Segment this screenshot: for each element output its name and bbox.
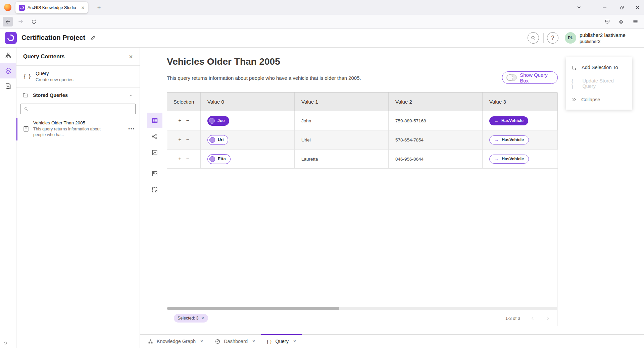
browser-tab-strip: ArcGIS Knowledge Studio ✕ + xyxy=(0,0,644,15)
previous-page-icon[interactable] xyxy=(530,316,535,321)
column-header-value3[interactable]: Value 3 xyxy=(483,93,558,111)
link-chart-view-button[interactable] xyxy=(147,129,162,144)
stored-queries-search-input[interactable] xyxy=(31,107,132,112)
table-cell: Etta xyxy=(201,150,295,169)
add-selection-icon[interactable]: + xyxy=(178,118,181,123)
pocket-icon[interactable] xyxy=(602,17,612,26)
edit-title-icon[interactable] xyxy=(90,35,96,41)
table-row-selection: + − xyxy=(167,150,201,169)
entity-pill[interactable]: Uri xyxy=(207,135,228,145)
tab-query[interactable]: { } Query ✕ xyxy=(261,335,302,348)
braces-icon: { } xyxy=(267,339,272,344)
table-cell: Joe xyxy=(201,111,295,130)
tab-knowledge-graph[interactable]: Knowledge Graph ✕ xyxy=(142,335,209,348)
item-options-ellipsis-icon[interactable]: ••• xyxy=(128,126,135,131)
rail-item-save[interactable] xyxy=(0,78,16,94)
stored-queries-search[interactable] xyxy=(20,104,136,114)
layers-icon xyxy=(5,67,12,74)
braces-icon: { } xyxy=(572,78,578,89)
firefox-icon[interactable] xyxy=(4,4,11,11)
table-cell[interactable]: Lauretta xyxy=(295,150,389,169)
user-role: publisher2 xyxy=(580,39,626,45)
table-cell[interactable]: 578-654-7854 xyxy=(389,130,483,150)
menu-item-collapse[interactable]: Collapse xyxy=(566,92,632,108)
user-name: publisher2 lastName xyxy=(580,32,626,39)
toolbar-divider xyxy=(150,163,160,163)
table-cell: → HasVehicle xyxy=(483,111,558,130)
table-cell[interactable]: John xyxy=(295,111,389,130)
tab-dashboard[interactable]: Dashboard ✕ xyxy=(209,335,261,348)
double-chevron-right-icon xyxy=(572,97,577,102)
search-button[interactable] xyxy=(528,32,539,44)
relationship-pill[interactable]: → HasVehicle xyxy=(489,155,529,164)
stored-query-description: This query returns information about peo… xyxy=(33,126,101,138)
tab-close-icon[interactable]: ✕ xyxy=(81,6,85,10)
restore-button[interactable] xyxy=(617,2,627,12)
menu-item-update-stored-query[interactable]: { } Update Stored Query xyxy=(566,75,632,92)
table-view-button[interactable] xyxy=(147,113,162,128)
add-selection-icon[interactable]: + xyxy=(178,156,181,162)
arrow-right-icon: → xyxy=(494,118,498,123)
help-icon[interactable]: ? xyxy=(547,32,558,44)
save-icon xyxy=(5,83,11,90)
forward-button[interactable] xyxy=(15,17,26,26)
reload-button[interactable] xyxy=(29,17,39,26)
rail-item-data-model[interactable] xyxy=(0,48,16,63)
tab-list-chevron-icon[interactable] xyxy=(574,2,584,12)
avatar[interactable]: PL xyxy=(565,32,576,44)
menu-item-add-selection-to[interactable]: Add Selection To xyxy=(566,59,632,75)
remove-selection-icon[interactable]: − xyxy=(186,156,189,162)
browser-tab-title: ArcGIS Knowledge Studio xyxy=(28,5,79,10)
column-header-selection[interactable]: Selection xyxy=(167,93,201,111)
expand-rail-icon[interactable] xyxy=(3,341,8,346)
stored-query-item[interactable]: Vehicles Older Than 2005 This query retu… xyxy=(16,118,140,140)
query-item-description: Create new queries xyxy=(36,77,73,82)
table-cell[interactable]: Uriel xyxy=(295,130,389,150)
dashboard-gauge-icon xyxy=(215,339,220,344)
column-header-value0[interactable]: Value 0 xyxy=(201,93,295,111)
table-cell[interactable]: 846-956-8644 xyxy=(389,150,483,169)
rail-item-contents[interactable] xyxy=(0,63,16,78)
pagination-label: 1-3 of 3 xyxy=(505,316,520,321)
toggle-track[interactable] xyxy=(506,74,517,81)
add-selection-icon[interactable]: + xyxy=(178,137,181,142)
user-menu[interactable]: publisher2 lastName publisher2 xyxy=(580,32,626,44)
close-tab-icon[interactable]: ✕ xyxy=(200,339,203,344)
view-toolbar xyxy=(144,112,165,198)
column-header-value1[interactable]: Value 1 xyxy=(295,93,389,111)
toggle-knob xyxy=(507,74,513,81)
next-page-icon[interactable] xyxy=(545,316,550,321)
left-rail xyxy=(0,48,16,348)
relationship-pill[interactable]: → HasVehicle xyxy=(489,116,528,125)
stored-queries-header[interactable]: Stored Queries xyxy=(16,88,140,103)
clear-selection-icon[interactable]: ✕ xyxy=(201,316,204,321)
extensions-icon[interactable] xyxy=(616,17,626,26)
selection-tool-button[interactable] xyxy=(147,182,162,197)
menu-hamburger-icon[interactable] xyxy=(630,17,640,26)
chart-view-button[interactable] xyxy=(147,145,162,160)
remove-selection-icon[interactable]: − xyxy=(186,137,189,142)
collapse-section-chevron-icon[interactable] xyxy=(129,93,134,98)
remove-selection-icon[interactable]: − xyxy=(186,118,189,123)
scrollbar-thumb[interactable] xyxy=(167,307,339,310)
entity-pill[interactable]: Joe xyxy=(207,116,229,126)
table-cell[interactable]: 759-889-57168 xyxy=(389,111,483,130)
minimize-button[interactable] xyxy=(599,2,609,12)
show-query-box-toggle[interactable]: Show Query Box xyxy=(502,71,558,84)
new-tab-button[interactable]: + xyxy=(95,3,103,12)
relationship-pill[interactable]: → HasVehicle xyxy=(489,135,529,144)
close-tab-icon[interactable]: ✕ xyxy=(252,339,255,344)
browser-tab[interactable]: ArcGIS Knowledge Studio ✕ xyxy=(15,2,88,13)
table-cell: Uri xyxy=(201,130,295,150)
column-header-value2[interactable]: Value 2 xyxy=(389,93,483,111)
close-window-button[interactable] xyxy=(632,2,642,12)
back-button[interactable] xyxy=(3,17,13,26)
entity-pill[interactable]: Etta xyxy=(207,154,231,164)
new-query-item[interactable]: { } Query Create new queries xyxy=(16,66,140,88)
panel-close-icon[interactable]: ✕ xyxy=(129,54,133,59)
close-tab-icon[interactable]: ✕ xyxy=(293,339,296,344)
horizontal-scrollbar[interactable] xyxy=(167,307,557,310)
selected-count-chip[interactable]: Selected: 3 ✕ xyxy=(174,314,208,323)
stored-query-title: Vehicles Older Than 2005 xyxy=(33,120,101,125)
map-view-button[interactable] xyxy=(147,166,162,181)
